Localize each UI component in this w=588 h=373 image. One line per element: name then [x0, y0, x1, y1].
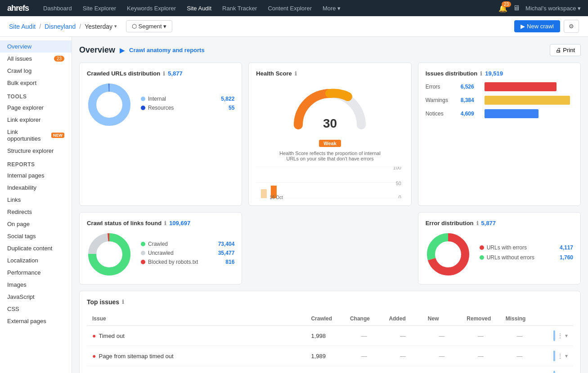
workspace-selector[interactable]: Michal's workspace ▾	[525, 5, 581, 12]
removed-cell: —	[461, 346, 500, 366]
new-cell: —	[422, 346, 461, 366]
sidebar-item-external-pages[interactable]: External pages	[0, 315, 72, 327]
top-issues-title: Top issues ℹ	[87, 298, 573, 306]
nav-more[interactable]: More ▾	[317, 0, 346, 16]
nav-dashboard[interactable]: Dashboard	[38, 0, 77, 16]
crawled-urls-donut-container: Internal 5,822 Resources 55	[87, 82, 234, 127]
info-icon-health[interactable]: ℹ	[295, 71, 297, 77]
col-removed-header: Removed	[461, 312, 500, 326]
print-button[interactable]: 🖨 Print	[550, 44, 581, 56]
table-row[interactable]: ● Page from sitemap timed out 1,989 — — …	[87, 346, 573, 366]
monitor-icon[interactable]: 🖥	[513, 4, 520, 12]
health-description: Health Score reflects the proportion of …	[276, 151, 384, 161]
legend-uncrawled: Uncrawled 35,477	[141, 250, 234, 256]
col-actions-header	[539, 312, 573, 326]
sidebar-item-overview[interactable]: Overview	[0, 40, 72, 53]
info-icon-crawled[interactable]: ℹ	[163, 71, 165, 77]
expand-icon[interactable]: ▾	[565, 333, 568, 339]
breadcrumb-project[interactable]: Disneyland	[45, 23, 76, 30]
content-header: Overview ▶ Crawl anatomy and reports 🖨 P…	[79, 44, 581, 56]
health-score-content: 30 Weak Health Score reflects the propor…	[256, 82, 404, 198]
sidebar-item-redirects[interactable]: Redirects	[0, 206, 72, 218]
notices-row: Notices 4,609	[426, 109, 573, 118]
crawled-urls-donut	[87, 82, 132, 127]
expand-icon[interactable]: ▾	[565, 353, 568, 359]
table-row[interactable]: ● Timed out 1,998 — — — — — ⋮ ▾	[87, 326, 573, 346]
top-navigation: ahrefs Dashboard Site Explorer Keywords …	[0, 0, 588, 16]
sidebar-item-images[interactable]: Images	[0, 279, 72, 291]
breadcrumb-period[interactable]: Yesterday ▾	[85, 23, 117, 30]
sidebar-item-all-issues[interactable]: All issues 23	[0, 53, 72, 65]
nav-keywords-explorer[interactable]: Keywords Explorer	[121, 0, 181, 16]
error-dist-donut	[426, 232, 471, 277]
removed-cell: —	[461, 366, 500, 373]
health-score-card: Health Score ℹ 30	[248, 62, 411, 206]
crawl-anatomy-link[interactable]: Crawl anatomy and reports	[129, 47, 205, 53]
nav-site-explorer[interactable]: Site Explorer	[77, 0, 121, 16]
page-title: Overview ▶ Crawl anatomy and reports	[79, 45, 205, 55]
warnings-bar	[485, 96, 570, 105]
sidebar-item-performance[interactable]: Performance	[0, 266, 72, 279]
sidebar-item-on-page[interactable]: On page	[0, 218, 72, 230]
internal-dot	[141, 97, 145, 101]
segment-button[interactable]: ⬡ Segment ▾	[126, 20, 172, 32]
chevron-down-icon: ▾	[114, 23, 117, 29]
sidebar-item-link-opportunities[interactable]: Link opportunities NEW	[0, 126, 72, 145]
sidebar-section-tools: Tools	[0, 89, 72, 102]
actions-cell: ⋮ ▾	[539, 326, 573, 346]
sidebar-item-css[interactable]: CSS	[0, 303, 72, 315]
nav-site-audit[interactable]: Site Audit	[181, 0, 217, 16]
sidebar-item-links[interactable]: Links	[0, 194, 72, 206]
missing-cell: —	[500, 346, 539, 366]
info-icon-issues[interactable]: ℹ	[480, 71, 482, 77]
svg-point-1	[92, 88, 126, 122]
resources-dot	[141, 106, 145, 110]
sparkline: 100 50 0 16 Oct	[256, 167, 404, 198]
sidebar-item-javascript[interactable]: JavaScript	[0, 291, 72, 303]
new-crawl-button[interactable]: ▶ New crawl	[514, 20, 560, 32]
crawled-urls-card: Crawled URLs distribution ℹ 5,877	[79, 62, 242, 206]
cards-row-bottom: Crawl status of links found ℹ 109,697	[79, 212, 581, 284]
more-options-icon[interactable]: ⋮	[557, 332, 563, 339]
more-options-icon[interactable]: ⋮	[557, 352, 563, 360]
notifications-bell[interactable]: 🔔 23	[498, 4, 507, 13]
change-cell: —	[345, 346, 383, 366]
sidebar-item-link-explorer[interactable]: Link explorer	[0, 114, 72, 126]
issues-distribution-card: Issues distribution ℹ 19,519 Errors 6,52…	[418, 62, 581, 206]
change-cell: —	[345, 326, 383, 346]
error-dist-title: Error distribution ℹ 5,877	[426, 220, 573, 226]
sidebar-item-duplicate-content[interactable]: Duplicate content	[0, 242, 72, 254]
svg-rect-9	[261, 189, 267, 198]
errors-row: Errors 6,526	[426, 82, 573, 91]
actions-cell: ⋮ ▾	[539, 366, 573, 373]
info-icon-crawl-status[interactable]: ℹ	[164, 220, 166, 226]
sidebar: Overview All issues 23 Crawl log Bulk ex…	[0, 37, 72, 373]
table-row[interactable]: ● Canonical points to redirect 810 — — —…	[87, 366, 573, 373]
legend-crawled: Crawled 73,404	[141, 241, 234, 247]
nav-rank-tracker[interactable]: Rank Tracker	[217, 0, 262, 16]
logo: ahrefs	[7, 4, 29, 13]
sidebar-item-social-tags[interactable]: Social tags	[0, 230, 72, 242]
sidebar-item-crawl-log[interactable]: Crawl log	[0, 65, 72, 77]
sidebar-item-structure-explorer[interactable]: Structure explorer	[0, 145, 72, 157]
error-distribution-card: Error distribution ℹ 5,877 UR	[418, 212, 581, 284]
nav-content-explorer[interactable]: Content Explorer	[262, 0, 317, 16]
issues-table-body: ● Timed out 1,998 — — — — — ⋮ ▾ ● Page f…	[87, 326, 573, 373]
sidebar-item-localization[interactable]: Localization	[0, 254, 72, 266]
info-icon-error-dist[interactable]: ℹ	[476, 220, 479, 226]
svg-text:50: 50	[396, 181, 401, 186]
legend-blocked: Blocked by robots.txt 816	[141, 259, 234, 265]
settings-button[interactable]: ⚙	[564, 20, 579, 33]
legend-without-errors: URLs without errors 1,760	[480, 254, 573, 261]
info-icon-top-issues[interactable]: ℹ	[122, 299, 124, 305]
col-change-header: Change	[345, 312, 383, 326]
crawled-cell: 810	[305, 366, 344, 373]
crawled-urls-title: Crawled URLs distribution ℹ 5,877	[87, 70, 234, 77]
sidebar-item-internal-pages[interactable]: Internal pages	[0, 169, 72, 182]
error-dist-container: URLs with errors 4,117 URLs without erro…	[426, 232, 573, 277]
sidebar-item-bulk-export[interactable]: Bulk export	[0, 77, 72, 89]
uncrawled-dot	[141, 251, 145, 255]
sidebar-item-indexability[interactable]: Indexability	[0, 182, 72, 194]
sidebar-item-page-explorer[interactable]: Page explorer	[0, 102, 72, 114]
breadcrumb-site-audit[interactable]: Site Audit	[9, 23, 36, 30]
